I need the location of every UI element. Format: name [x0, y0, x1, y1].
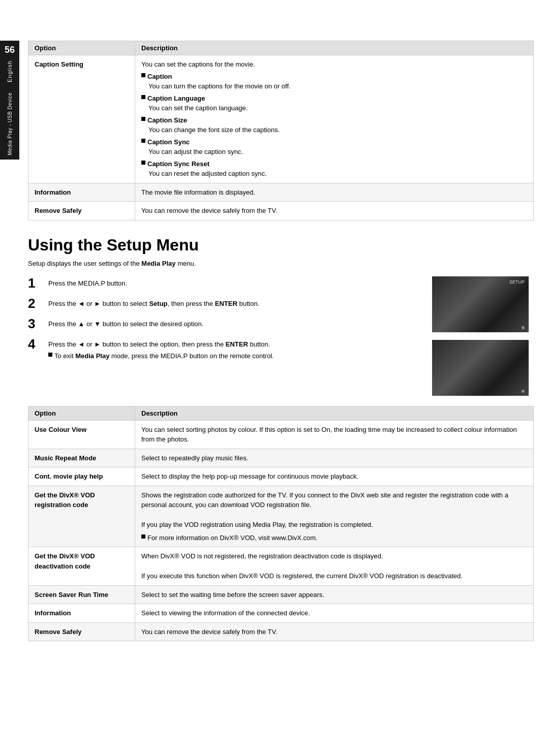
table-row: Use Colour ViewYou can select sorting ph… [28, 420, 534, 449]
step-text: Press the ▲ or ▼ button to select the de… [48, 317, 203, 329]
desc-cell: Select to set the waiting time before th… [135, 585, 534, 604]
bullet-item: Caption Size [141, 115, 527, 125]
desc-cell: You can select sorting photos by colour.… [135, 420, 534, 449]
intro-end: menu. [177, 260, 196, 267]
desc-cell: When DivX® VOD is not registered, the re… [135, 547, 534, 586]
table2-desc-header: Description [135, 406, 534, 420]
desc-cell: Select to viewing the information of the… [135, 604, 534, 623]
table-row: Screen Saver Run TimeSelect to set the w… [28, 585, 534, 604]
section-label: Media Play - USB Device [7, 92, 13, 155]
bullet-marker [141, 534, 145, 539]
tv-dot-2 [522, 390, 525, 393]
desc-cell: The movie file information is displayed. [135, 183, 534, 202]
step-sub-text: To exit Media Play mode, press the MEDIA… [54, 351, 274, 361]
side-tab: 56 English Media Play - USB Device [0, 41, 19, 160]
bullet-text: Caption Size [147, 115, 187, 125]
bullet-item: Caption Language [141, 93, 527, 104]
option-cell: Get the DivX® VOD registration code [28, 486, 135, 547]
option-cell: Remove Safely [28, 622, 135, 641]
bullet-marker [141, 117, 145, 121]
bullet-marker [141, 139, 145, 143]
option-cell: Information [28, 183, 135, 202]
bullet-item: For more information on DivX® VOD, visit… [141, 533, 527, 543]
table-row: Remove SafelyYou can remove the device s… [28, 622, 534, 641]
bullet-body-text: You can reset the adjusted caption sync. [148, 169, 527, 179]
table2-option-header: Option [28, 406, 135, 420]
desc-cell: Select to display the help pop-up messag… [135, 467, 534, 486]
table-row: Music Repeat ModeSelect to repeatedly pl… [28, 449, 534, 467]
table-row: Caption SettingYou can set the captions … [28, 55, 534, 183]
step-item: 3Press the ▲ or ▼ button to select the d… [28, 317, 422, 330]
steps-container: 1Press the MEDIA.P button.2Press the ◄ o… [28, 276, 534, 396]
bullet-marker [141, 95, 145, 99]
step-sub: To exit Media Play mode, press the MEDIA… [48, 351, 274, 361]
step-item: 4Press the ◄ or ► button to select the o… [28, 337, 422, 361]
table-row: Get the DivX® VOD deactivation codeWhen … [28, 547, 534, 586]
step-item: 2Press the ◄ or ► button to select Setup… [28, 297, 422, 310]
section-intro: Setup displays the user settings of the … [28, 260, 534, 267]
step-number: 2 [28, 297, 42, 310]
desc-intro: You can set the captions for the movie. [141, 60, 255, 68]
tv-label-1: SETUP [509, 279, 525, 285]
bullet-text: Caption Language [147, 93, 205, 104]
bullet-body-text: You can set the caption language. [148, 103, 527, 113]
tv-dot-1 [522, 326, 525, 329]
bullet-marker [141, 73, 145, 77]
option-cell: Information [28, 604, 135, 623]
bullet-title: Caption Size [147, 116, 187, 124]
table-row: Get the DivX® VOD registration codeShows… [28, 486, 534, 547]
bullet-text: For more information on DivX® VOD, visit… [147, 533, 318, 543]
option-cell: Caption Setting [28, 55, 135, 183]
step-number: 3 [28, 317, 42, 330]
bullet-marker [141, 161, 145, 165]
bullet-text: Caption [147, 72, 172, 82]
table-row: Remove SafelyYou can remove the device s… [28, 202, 534, 220]
tv-image-2 [432, 340, 529, 396]
step-text: Press the MEDIA.P button. [48, 276, 127, 289]
step-item: 1Press the MEDIA.P button. [28, 276, 422, 290]
option-cell: Music Repeat Mode [28, 449, 135, 467]
bullet-body-text: You can adjust the caption sync. [148, 147, 527, 157]
bullet-body-text: You can change the font size of the capt… [148, 125, 527, 135]
desc-cell: You can remove the device safely from th… [135, 202, 534, 220]
step-sub-bullet [48, 353, 52, 357]
desc-cell: Select to repeatedly play music files. [135, 449, 534, 467]
desc-cell: You can remove the device safely from th… [135, 622, 534, 641]
bullet-text: Caption Sync Reset [147, 159, 209, 169]
option-cell: Use Colour View [28, 420, 135, 449]
table-row: InformationSelect to viewing the informa… [28, 604, 534, 623]
bullet-body-text: You can turn the captions for the movie … [148, 81, 527, 91]
caption-table: Option Description Caption SettingYou ca… [28, 41, 534, 220]
intro-bold: Media Play [141, 260, 175, 267]
bullet-item: Caption Sync [141, 137, 527, 147]
option-cell: Get the DivX® VOD deactivation code [28, 547, 135, 586]
bullet-title: Caption [147, 73, 172, 80]
steps-right: SETUP [432, 276, 534, 396]
step-text: Press the ◄ or ► button to select the op… [48, 337, 274, 361]
option-cell: Cont. movie play help [28, 467, 135, 486]
language-label: English [7, 60, 13, 82]
option-cell: Screen Saver Run Time [28, 585, 135, 604]
section-heading: Using the Setup Menu [28, 236, 534, 255]
main-content: Option Description Caption SettingYou ca… [28, 0, 534, 641]
steps-left: 1Press the MEDIA.P button.2Press the ◄ o… [28, 276, 422, 396]
table1-desc-header: Description [135, 41, 534, 55]
step-text: Press the ◄ or ► button to select Setup,… [48, 297, 259, 309]
bullet-title: Caption Sync [147, 138, 190, 146]
tv-image-1: SETUP [432, 276, 529, 332]
desc-cell: You can set the captions for the movie.C… [135, 55, 534, 183]
setup-table: Option Description Use Colour ViewYou ca… [28, 406, 534, 642]
bullet-item: Caption [141, 72, 527, 82]
step-number: 4 [28, 337, 42, 351]
intro-text: Setup displays the user settings of the [28, 260, 140, 267]
bullet-text: Caption Sync [147, 137, 190, 147]
table-row: InformationThe movie file information is… [28, 183, 534, 202]
step-number: 1 [28, 276, 42, 290]
desc-cell: Shows the registration code authorized f… [135, 486, 534, 547]
table1-option-header: Option [28, 41, 135, 55]
bullet-title: Caption Language [147, 94, 205, 102]
option-cell: Remove Safely [28, 202, 135, 220]
page-number: 56 [5, 45, 15, 55]
bullet-item: Caption Sync Reset [141, 159, 527, 169]
table-row: Cont. movie play helpSelect to display t… [28, 467, 534, 486]
